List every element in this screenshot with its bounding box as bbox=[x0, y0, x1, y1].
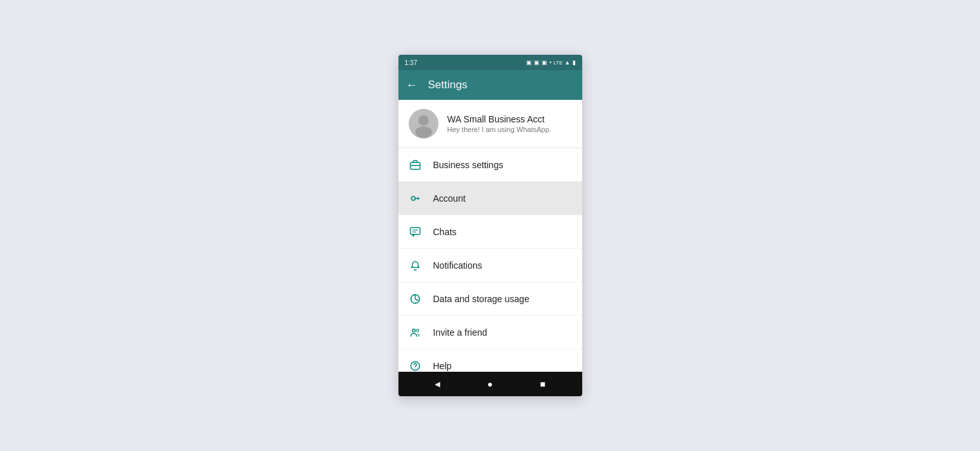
svg-point-5 bbox=[411, 197, 415, 200]
profile-info: WA Small Business Acct Hey there! I am u… bbox=[447, 114, 551, 133]
phone-container: 1:37 ▣ ▣ ▣ • LTE ▲ ▮ ← Settings WA Small… bbox=[398, 55, 582, 396]
menu-item-invite-friend[interactable]: Invite a friend bbox=[398, 316, 582, 349]
avatar bbox=[409, 109, 438, 139]
invite-friend-label: Invite a friend bbox=[433, 327, 487, 338]
svg-point-2 bbox=[415, 126, 432, 138]
data-storage-label: Data and storage usage bbox=[433, 294, 529, 304]
svg-point-13 bbox=[415, 368, 415, 369]
nav-home-button[interactable]: ● bbox=[480, 374, 500, 394]
status-time: 1:37 bbox=[405, 59, 417, 66]
menu-item-data-storage[interactable]: Data and storage usage bbox=[398, 282, 582, 316]
toolbar: ← Settings bbox=[398, 70, 582, 100]
menu-list: Business settings Account bbox=[398, 148, 582, 372]
status-icons: ▣ ▣ ▣ • LTE ▲ ▮ bbox=[526, 59, 575, 66]
key-icon bbox=[409, 192, 422, 205]
briefcase-icon bbox=[409, 158, 422, 171]
toolbar-title: Settings bbox=[428, 79, 467, 91]
menu-item-business-settings[interactable]: Business settings bbox=[398, 148, 582, 182]
help-label: Help bbox=[433, 361, 452, 371]
svg-point-10 bbox=[412, 329, 415, 332]
battery-icon: ▮ bbox=[573, 59, 576, 66]
status-bar: 1:37 ▣ ▣ ▣ • LTE ▲ ▮ bbox=[398, 55, 582, 70]
dot-icon: • bbox=[549, 59, 551, 66]
menu-item-notifications[interactable]: Notifications bbox=[398, 249, 582, 282]
signal-icon: ▲ bbox=[565, 59, 571, 66]
menu-item-account[interactable]: Account bbox=[398, 182, 582, 215]
nav-bar: ◄ ● ■ bbox=[398, 372, 582, 396]
menu-item-chats[interactable]: Chats bbox=[398, 215, 582, 249]
nav-recent-button[interactable]: ■ bbox=[533, 374, 553, 394]
profile-name: WA Small Business Acct bbox=[447, 114, 551, 124]
svg-rect-6 bbox=[410, 227, 420, 235]
profile-section[interactable]: WA Small Business Acct Hey there! I am u… bbox=[398, 100, 582, 148]
nav-back-button[interactable]: ◄ bbox=[427, 374, 447, 394]
sim-icon: ▣ bbox=[526, 59, 532, 66]
menu-item-help[interactable]: Help bbox=[398, 349, 582, 372]
business-settings-label: Business settings bbox=[433, 160, 504, 170]
svg-point-1 bbox=[418, 115, 429, 126]
wifi-icon: ▣ bbox=[534, 59, 540, 66]
lte-icon: LTE bbox=[554, 60, 563, 66]
people-icon bbox=[409, 326, 422, 339]
bell-icon bbox=[409, 259, 422, 272]
nfc-icon: ▣ bbox=[542, 59, 547, 66]
data-icon bbox=[409, 293, 422, 305]
profile-status: Hey there! I am using WhatsApp. bbox=[447, 126, 551, 133]
svg-point-11 bbox=[416, 329, 418, 332]
back-button[interactable]: ← bbox=[406, 79, 418, 92]
help-icon bbox=[409, 360, 422, 372]
chats-label: Chats bbox=[433, 227, 457, 237]
account-label: Account bbox=[433, 193, 466, 204]
notifications-label: Notifications bbox=[433, 260, 482, 271]
chat-icon bbox=[409, 225, 422, 238]
